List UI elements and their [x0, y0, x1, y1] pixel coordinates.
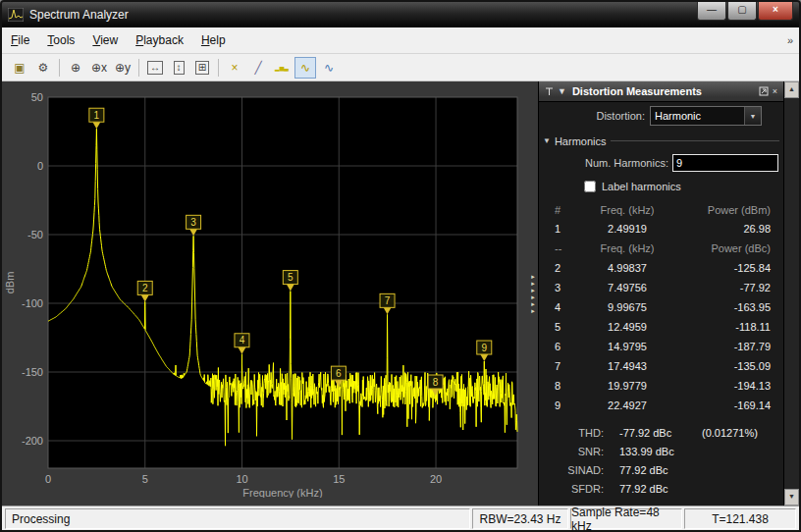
harmonics-table-header-dbm: # Freq. (kHz) Power (dBm): [539, 201, 783, 219]
statusbar: Processing RBW=23.43 Hz Sample Rate=48 k…: [2, 505, 799, 531]
configuration-gear-icon[interactable]: ⚙: [32, 57, 54, 79]
scope-settings-icon[interactable]: ▣: [9, 57, 30, 79]
splitter-arrow-icon: ▸: [531, 307, 535, 314]
y-tick-label: 0: [37, 160, 43, 172]
configuration-gear-icon: ⚙: [38, 61, 49, 75]
scrollbar-track[interactable]: [784, 98, 799, 489]
toolbar-separator: [138, 59, 139, 77]
menu-help[interactable]: Help: [192, 29, 235, 51]
menubar-items: FileToolsViewPlaybackHelp: [2, 29, 235, 51]
zoom-x-icon: ⊕x: [91, 61, 107, 75]
span-x-icon: ↔: [147, 61, 163, 75]
x-tick-label: 15: [333, 473, 345, 485]
toolbar-separator: [218, 59, 219, 77]
fit-view-icon[interactable]: ⊞: [191, 57, 213, 79]
app-icon: [8, 8, 24, 22]
x-axis-label: Frequency (kHz): [242, 487, 322, 498]
distortion-panel: ▼ Distortion Measurements × Distortion: …: [538, 81, 783, 505]
plot-region: 05101520500-50-100-150-200Frequency (kHz…: [2, 81, 528, 505]
sample-rate-readout: Sample Rate=48 kHz: [570, 508, 682, 529]
close-icon[interactable]: ×: [773, 86, 777, 96]
y-axis-label: dBm: [4, 272, 16, 294]
signal-statistics-icon[interactable]: ×: [224, 57, 245, 79]
maximize-button[interactable]: ▢: [727, 2, 757, 21]
zoom-y-icon[interactable]: ⊕y: [112, 57, 134, 79]
menubar: FileToolsViewPlaybackHelp »: [2, 27, 799, 54]
summary-rows: THD:-77.92 dBc(0.01271%)SNR:133.99 dBcSI…: [539, 423, 783, 498]
y-tick-label: -50: [27, 229, 43, 240]
span-y-icon[interactable]: ↕: [168, 57, 189, 79]
label-harmonics-label: Label harmonics: [602, 181, 681, 192]
span-x-icon[interactable]: ↔: [144, 57, 166, 79]
scroll-down-icon[interactable]: ▼: [784, 489, 799, 505]
panel-scrollbar[interactable]: ▲ ▼: [783, 81, 799, 505]
peak-marker-label: 7: [385, 295, 391, 306]
peak-finder-icon: ▂▅▃: [275, 64, 289, 71]
rbw-readout: RBW=23.43 Hz: [472, 508, 568, 529]
peak-finder-icon[interactable]: ▂▅▃: [271, 57, 293, 79]
menu-playback[interactable]: Playback: [127, 29, 192, 51]
collapse-icon[interactable]: ▼: [558, 86, 566, 96]
menu-overflow-chevron-icon[interactable]: »: [787, 34, 793, 46]
summary-row: SFDR:77.92 dBc: [539, 479, 783, 498]
distortion-dropdown[interactable]: Harmonic ▼: [650, 106, 762, 126]
y-tick-label: 50: [31, 91, 43, 103]
harmonics-table-row: 614.9795-187.79: [539, 337, 783, 356]
fundamental-row: 1 2.49919 26.98: [539, 219, 783, 239]
panel-splitter[interactable]: ▸▸▸▸▸▸: [528, 81, 538, 505]
menu-tools[interactable]: Tools: [38, 29, 83, 51]
fit-view-icon: ⊞: [195, 61, 209, 75]
x-tick-label: 10: [236, 473, 247, 485]
harmonics-table-row: 819.9779-194.13: [539, 376, 783, 396]
cursor-measurements-icon[interactable]: ╱: [247, 57, 269, 79]
main-content: 05101520500-50-100-150-200Frequency (kHz…: [2, 81, 799, 505]
span-y-icon: ↕: [174, 61, 185, 75]
panel-body: Distortion: Harmonic ▼ ▼ Harmonics Num. …: [539, 102, 783, 505]
zoom-in-icon: ⊕: [71, 61, 80, 75]
close-button[interactable]: ×: [758, 2, 793, 21]
splitter-arrow-icon: ▸: [531, 287, 535, 293]
chevron-down-icon: ▼: [744, 107, 761, 125]
spectrum-analyzer-window: Spectrum Analyzer — ▢ × FileToolsViewPla…: [0, 0, 801, 532]
harmonics-table-header-dbc: -- Freq. (kHz) Power (dBc): [539, 239, 783, 258]
undock-icon[interactable]: [759, 86, 769, 96]
splitter-arrow-icon: ▸: [531, 273, 535, 280]
menu-view[interactable]: View: [83, 29, 127, 51]
status-message: Processing: [5, 508, 470, 529]
toolbar-separator: [59, 59, 60, 77]
zoom-x-icon[interactable]: ⊕x: [88, 57, 110, 79]
peak-marker-label: 4: [240, 335, 245, 346]
harmonics-table-row: 922.4927-169.14: [539, 396, 783, 415]
harmonics-section-header[interactable]: ▼ Harmonics: [539, 133, 783, 148]
window-title: Spectrum Analyzer: [29, 8, 129, 22]
titlebar[interactable]: Spectrum Analyzer — ▢ ×: [2, 2, 799, 27]
zoom-y-icon: ⊕y: [115, 61, 131, 75]
menu-file[interactable]: File: [2, 29, 38, 51]
scroll-up-icon[interactable]: ▲: [784, 81, 799, 98]
pin-icon[interactable]: [545, 86, 554, 96]
summary-row: THD:-77.92 dBc(0.01271%): [539, 423, 783, 442]
plot-canvas[interactable]: 05101520500-50-100-150-200Frequency (kHz…: [2, 81, 528, 498]
panel-header[interactable]: ▼ Distortion Measurements ×: [539, 81, 783, 102]
scope-settings-icon: ▣: [14, 61, 25, 75]
label-harmonics-checkbox[interactable]: [584, 181, 596, 192]
num-harmonics-label: Num. Harmonics:: [539, 157, 668, 169]
num-harmonics-input[interactable]: [672, 154, 778, 172]
y-tick-label: -100: [22, 297, 43, 309]
ccdf-measurements-icon[interactable]: ∿: [318, 57, 340, 79]
cursor-measurements-icon: ╱: [254, 61, 261, 75]
splitter-arrow-icon: ▸: [531, 300, 535, 307]
minimize-button[interactable]: —: [697, 2, 726, 21]
harmonics-table-row: 37.49756-77.92: [539, 278, 783, 297]
summary-row: SINAD:77.92 dBc: [539, 460, 783, 479]
x-tick-label: 20: [430, 473, 442, 485]
zoom-in-icon[interactable]: ⊕: [65, 57, 86, 79]
peak-marker-label: 5: [288, 272, 294, 283]
y-tick-label: -150: [22, 366, 43, 378]
distortion-measurements-icon[interactable]: ∿: [294, 57, 316, 79]
harmonics-table-row: 49.99675-163.95: [539, 297, 783, 317]
ccdf-measurements-icon: ∿: [324, 61, 334, 75]
splitter-arrow-icon: ▸: [531, 280, 535, 287]
peak-marker-label: 9: [481, 343, 487, 353]
summary-row: SNR:133.99 dBc: [539, 442, 783, 460]
